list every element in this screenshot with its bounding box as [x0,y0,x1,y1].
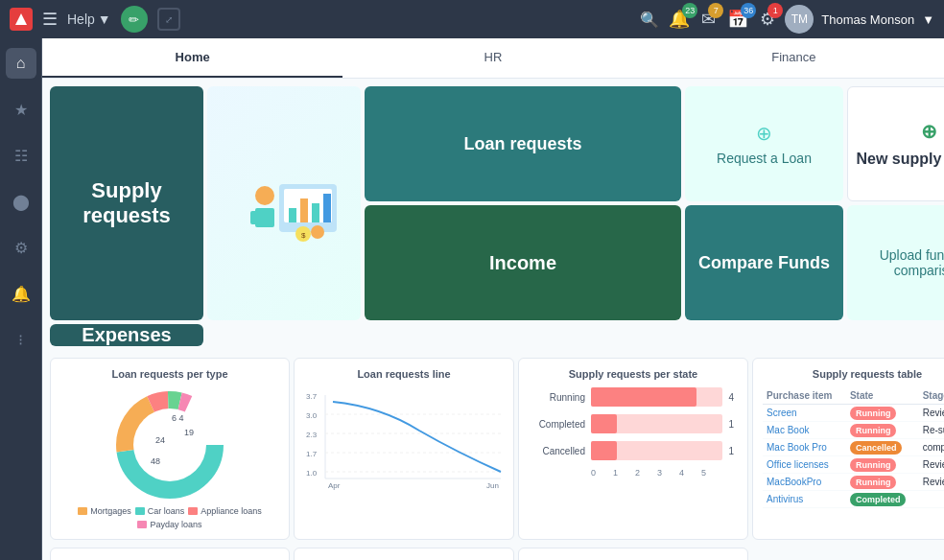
income-card[interactable]: Income [365,205,681,320]
sidebar-grid-icon[interactable]: ☷ [6,140,36,171]
sidebar-circle-icon[interactable]: ⬤ [6,186,36,217]
notifications-button[interactable]: 🔔 23 [669,9,690,30]
svg-rect-6 [323,194,331,222]
svg-text:Apr: Apr [328,481,341,490]
sidebar-star-icon[interactable]: ★ [6,94,36,125]
table-row: Screen Running Review [763,405,944,422]
empty-cell [752,548,944,560]
date-report-card: Supply requests date Report Period Numbe… [518,548,748,560]
svg-text:2.3: 2.3 [306,431,318,439]
help-menu[interactable]: Help ▼ [67,12,111,27]
cards-grid: Loan requests ⊕ Request a Loan Supply re… [50,86,936,346]
request-loan-card[interactable]: ⊕ Request a Loan [685,86,843,201]
donut-container: 24 19 6 4 48 Mortgages Car loans Applian… [60,387,279,529]
svg-text:6 4: 6 4 [172,413,184,423]
bar-fill-cancelled [591,441,617,460]
bar-chart-area: Running 4 Completed 1 Canc [529,387,738,478]
edit-button[interactable]: ✏ [121,6,148,33]
table-row: Mac Book Running Re-subm [763,422,944,439]
item-link[interactable]: Office licenses [767,459,829,470]
sidebar-home-icon[interactable]: ⌂ [6,48,36,79]
svg-text:$: $ [301,231,306,240]
supply-state-chart: Supply requests per state Running 4 Comp… [518,358,748,540]
income-label: Income [489,252,556,274]
svg-text:Jun: Jun [486,481,499,490]
item-link[interactable]: Mac Book [767,425,809,435]
settings-button[interactable]: ⚙ 1 [760,9,775,30]
expand-button[interactable]: ⤢ [157,8,180,31]
calendar-badge: 36 [741,3,756,18]
new-supply-request-card[interactable]: ⊕ New supply request [847,86,944,201]
status-badge: Running [850,424,897,437]
svg-marker-0 [15,13,27,25]
sidebar-apps-icon[interactable]: ⁝ [6,324,36,355]
svg-text:48: 48 [151,456,160,466]
expenses-card[interactable]: Expenses [50,324,203,346]
loan-requests-label: Loan requests [463,134,581,154]
nav-icon-group: 🔔 23 ✉ 7 📅 36 ⚙ 1 [669,9,775,30]
request-loan-label: Request a Loan [717,151,812,166]
sidebar-settings-icon[interactable]: ⚙ [6,232,36,263]
svg-rect-9 [250,211,258,224]
bar-row-running: Running 4 [532,387,734,407]
loan-chart-title: Loan requests per type [60,368,279,380]
search-icon[interactable]: 🔍 [640,11,659,29]
sidebar: ⌂ ★ ☷ ⬤ ⚙ 🔔 ⁝ [0,38,42,560]
user-menu[interactable]: TM Thomas Monson ▼ [785,5,934,34]
status-badge: Running [850,458,897,472]
charts-row-1: Loan requests per type 24 19 6 4 [42,354,944,544]
loan-type-chart: Loan requests per type 24 19 6 4 [50,358,290,540]
loan-progress-chart: Loan requests progress Completed: 81 19.… [50,548,290,560]
tab-home[interactable]: Home [42,38,342,78]
mail-badge: 7 [708,3,723,18]
illustration-card: $ [207,86,361,320]
svg-text:3.7: 3.7 [306,392,318,401]
compare-funds-card[interactable]: Compare Funds [685,205,843,320]
tab-finance[interactable]: Finance [644,38,944,78]
supply-table-title: Supply requests table [763,368,944,380]
supply-requests-card[interactable]: Supply requests [50,86,203,320]
sidebar-bell-icon[interactable]: 🔔 [6,278,36,309]
upload-funds-card[interactable]: Upload funds for comparison [847,205,944,320]
supply-table: Purchase item State Stage Screen Running… [763,387,944,508]
item-link[interactable]: MacBookPro [767,477,821,487]
item-link[interactable]: Screen [767,408,797,418]
table-row: Mac Book Pro Cancelled comple [763,439,944,456]
item-link[interactable]: Mac Book Pro [767,442,827,453]
main-layout: ⌂ ★ ☷ ⬤ ⚙ 🔔 ⁝ Home HR Finance Loan reque… [0,38,944,560]
loan-line-chart: Loan requests line 3.7 3.0 2.3 1.7 1.0 [294,358,514,540]
top-nav: ☰ Help ▼ ✏ ⤢ 🔍 🔔 23 ✉ 7 📅 36 ⚙ 1 TM Thom… [0,0,944,38]
svg-rect-4 [300,198,308,222]
content-area: Home HR Finance Loan requests ⊕ Request … [42,38,944,560]
supply-state-title: Supply requests per state [529,368,738,380]
bar-row-completed: Completed 1 [532,414,734,433]
loan-requests-card[interactable]: Loan requests [365,86,681,201]
plus-icon: ⊕ [756,122,772,145]
supply-requests-label: Supply requests [50,178,203,228]
upload-funds-label: Upload funds for comparison [847,240,944,286]
item-link[interactable]: Antivirus [767,494,803,504]
mail-button[interactable]: ✉ 7 [701,9,716,30]
svg-rect-5 [312,203,319,222]
settings-badge: 1 [767,3,783,18]
notifications-badge: 23 [682,3,697,18]
compare-funds-label: Compare Funds [698,253,830,273]
calendar-button[interactable]: 📅 36 [727,9,748,30]
expenses-label: Expenses [82,324,171,346]
svg-text:3.0: 3.0 [306,411,318,420]
supply-table-card: Supply requests table Purchase item Stat… [752,358,944,540]
tabs: Home HR Finance [42,38,944,79]
app-logo[interactable] [10,8,33,31]
tab-hr[interactable]: HR [342,38,643,78]
user-name: Thomas Monson [821,12,914,27]
bar-row-cancelled: Cancelled 1 [532,441,734,460]
loan-line-title: Loan requests line [304,368,504,380]
new-supply-label: New supply request [856,151,944,168]
illustration-svg: $ [222,155,346,251]
table-row: Antivirus Completed [763,491,944,508]
svg-text:1.0: 1.0 [306,469,318,478]
line-chart-svg: 3.7 3.0 2.3 1.7 1.0 Apr Jun [304,387,506,493]
bar-fill-running [591,387,696,407]
svg-point-18 [133,408,206,481]
hamburger-menu[interactable]: ☰ [42,9,58,30]
